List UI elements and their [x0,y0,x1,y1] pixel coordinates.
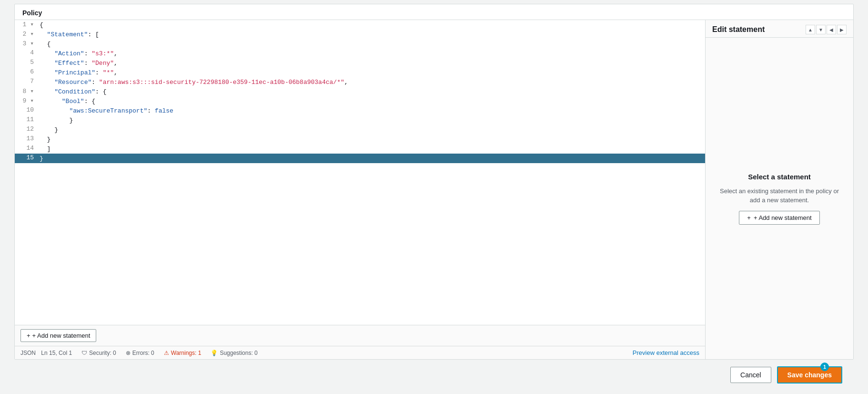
panel-scroll-controls: ▲ ▼ ◀ ▶ [806,25,847,34]
add-statement-button[interactable]: + + Add new statement [20,329,96,342]
scroll-up-button[interactable]: ▲ [806,25,815,34]
line-content: "Condition": { [38,87,705,96]
line-content: "Statement": [ [38,30,705,39]
position-label: Ln 15, Col 1 [41,350,72,356]
preview-external-link[interactable]: Preview external access [633,349,699,356]
errors-status: ⊗ Errors: 0 [126,350,154,356]
line-number: 9 ▾ [15,96,38,106]
right-panel-header: Edit statement ▲ ▼ ◀ ▶ [706,20,853,38]
line-content: "Resource": "arn:aws:s3:::sid-security-7… [38,77,705,87]
line-content: "Principal": "*", [38,68,705,77]
code-table: 1 ▾{2 ▾ "Statement": [3 ▾ {4 "Action": "… [15,20,705,163]
errors-label: Errors: 0 [132,350,154,356]
line-content: } [38,115,705,125]
line-content: { [38,39,705,49]
action-bar: 1 Cancel Save changes [14,360,854,390]
cancel-button[interactable]: Cancel [730,367,771,383]
right-panel-content: Select a statement Select an existing st… [706,38,853,359]
line-number: 11 [15,115,38,125]
line-number: 2 ▾ [15,30,38,39]
line-content: ] [38,144,705,154]
add-statement-panel-label: + Add new statement [754,214,812,221]
line-content: { [38,20,705,30]
line-number: 1 ▾ [15,20,38,30]
editor-toolbar: + + Add new statement [15,325,705,346]
policy-label: Policy [15,4,853,20]
circle-icon: ⊗ [126,350,131,356]
bulb-icon: 💡 [211,350,218,356]
editor-status: JSON Ln 15, Col 1 🛡 Security: 0 ⊗ Errors… [15,346,705,359]
warning-icon: ⚠ [164,350,169,356]
line-number: 5 [15,58,38,68]
suggestions-status: 💡 Suggestions: 0 [211,350,257,356]
line-content: "Action": "s3:*", [38,49,705,58]
warnings-status: ⚠ Warnings: 1 [164,350,202,356]
line-number: 14 [15,144,38,154]
warnings-label: Warnings: 1 [171,350,202,356]
line-content: "Bool": { [38,96,705,106]
suggestions-label: Suggestions: 0 [220,350,257,356]
shield-icon: 🛡 [81,350,87,356]
language-status: JSON Ln 15, Col 1 [20,350,72,356]
line-content: } [38,135,705,144]
language-label: JSON [20,350,36,356]
line-number: 4 [15,49,38,58]
line-number: 6 [15,68,38,77]
line-number: 15 [15,154,38,163]
policy-section: Policy 1 ▾{2 ▾ "Statement": [3 ▾ {4 "Act… [14,4,854,360]
add-statement-label: + Add new statement [32,332,91,339]
line-number: 10 [15,106,38,115]
line-content: "aws:SecureTransport": false [38,106,705,115]
code-area[interactable]: 1 ▾{2 ▾ "Statement": [3 ▾ {4 "Action": "… [15,20,705,325]
line-number: 8 ▾ [15,87,38,96]
line-content: "Effect": "Deny", [38,58,705,68]
plus-icon: + [27,332,30,339]
scroll-right-button[interactable]: ▶ [837,25,847,34]
badge-number: 1 [820,363,829,371]
security-status: 🛡 Security: 0 [81,350,116,356]
line-number: 7 [15,77,38,87]
editor-pane: 1 ▾{2 ▾ "Statement": [3 ▾ {4 "Action": "… [15,20,706,359]
line-number: 3 ▾ [15,39,38,49]
line-number: 13 [15,135,38,144]
line-number: 12 [15,125,38,135]
right-panel-title: Edit statement [712,25,765,34]
policy-body: 1 ▾{2 ▾ "Statement": [3 ▾ {4 "Action": "… [15,20,853,359]
line-content: } [38,154,705,163]
line-content: } [38,125,705,135]
select-statement-desc: Select an existing statement in the poli… [715,187,844,205]
save-changes-button[interactable]: Save changes [777,366,842,384]
add-statement-panel-button[interactable]: + + Add new statement [739,211,819,225]
right-panel: Edit statement ▲ ▼ ◀ ▶ Select a statemen… [706,20,853,359]
security-label: Security: 0 [89,350,116,356]
plus-icon-panel: + [747,214,751,221]
scroll-left-button[interactable]: ◀ [827,25,836,34]
scroll-down-button[interactable]: ▼ [816,25,826,34]
select-statement-title: Select a statement [748,173,811,181]
page-wrapper: Policy 1 ▾{2 ▾ "Statement": [3 ▾ {4 "Act… [0,0,868,394]
